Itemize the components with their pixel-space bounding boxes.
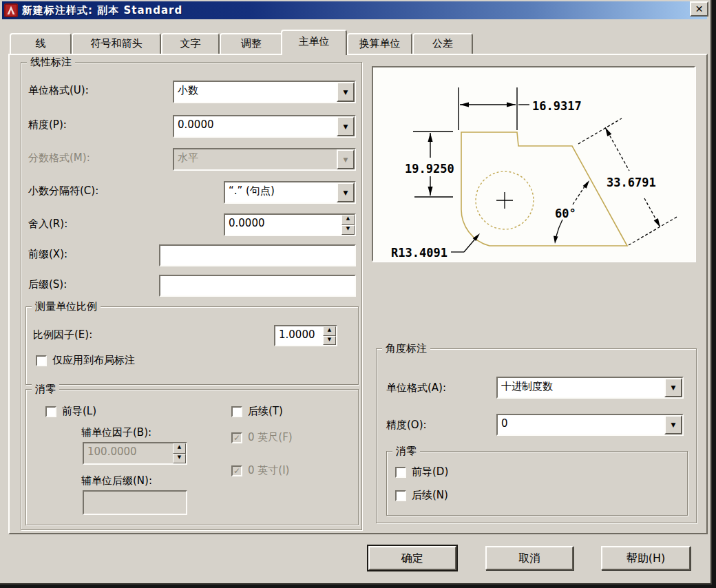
prefix-input[interactable]: [159, 244, 356, 266]
angular-precision-label: 精度(O):: [386, 418, 427, 432]
dimension-preview: 16.9317 19.9250: [372, 66, 695, 262]
tab-fit[interactable]: 调整: [220, 33, 283, 54]
subunit-suffix-label: 辅单位后缀(N):: [81, 474, 152, 487]
chevron-down-icon[interactable]: ▼: [664, 415, 682, 434]
group-title: 消零: [32, 382, 59, 396]
round-off-spinner[interactable]: 0.0000 ▲ ▼: [224, 213, 356, 236]
close-button[interactable]: ✕: [690, 1, 708, 17]
chevron-down-icon[interactable]: ▼: [337, 116, 355, 136]
tab-alternate-units[interactable]: 换算单位: [347, 33, 412, 54]
subunit-factor-spinner: 100.0000 ▲ ▼: [83, 442, 187, 465]
angular-precision-select[interactable]: 0 ▼: [496, 414, 684, 436]
screen: 新建标注样式: 副本 Standard ✕ 线 符号和箭头 文字 调整 主单位 …: [0, 0, 716, 588]
spin-down-icon[interactable]: ▼: [341, 225, 355, 235]
checkbox-box[interactable]: [36, 355, 47, 366]
feet-zeros-checkbox: ✓ 0 英尺(F): [231, 431, 293, 444]
checkbox-box[interactable]: [395, 490, 406, 501]
tab-text[interactable]: 文字: [161, 33, 220, 54]
dim-angle-value: 60°: [555, 207, 576, 220]
tab-symbols-arrows[interactable]: 符号和箭头: [72, 33, 161, 54]
top-dimension: [459, 87, 529, 130]
unit-format-select[interactable]: 小数 ▼: [173, 81, 356, 103]
suffix-label: 后缀(S):: [28, 277, 67, 291]
chevron-down-icon[interactable]: ▼: [664, 378, 682, 397]
dim-radius-value: R13.4091: [391, 246, 448, 257]
primary-units-page: 线性标注 单位格式(U): 小数 ▼ 精度(P): 0.0000 ▼ 分数格式(…: [8, 54, 708, 534]
precision-label: 精度(P):: [28, 118, 67, 132]
close-icon: ✕: [695, 3, 704, 14]
measurement-scale-group: 测量单位比例 比例因子(E): 1.0000 ▲ ▼ 仅应用到布局标注: [25, 306, 359, 385]
prefix-label: 前缀(X):: [28, 247, 67, 261]
checkbox-box[interactable]: [395, 467, 406, 478]
radius-dimension: [451, 238, 476, 252]
trailing-zeros-checkbox[interactable]: 后续(T): [231, 405, 283, 418]
linear-dimensions-group: 线性标注 单位格式(U): 小数 ▼ 精度(P): 0.0000 ▼ 分数格式(…: [21, 62, 362, 530]
cancel-button[interactable]: 取消: [485, 546, 573, 570]
group-title: 线性标注: [27, 55, 75, 69]
titlebar[interactable]: 新建标注样式: 副本 Standard: [2, 1, 707, 19]
checkbox-box[interactable]: [231, 406, 242, 417]
subunit-suffix-input: [83, 490, 187, 515]
dim-left-value: 19.9250: [405, 162, 454, 176]
group-title: 消零: [392, 444, 420, 458]
help-button[interactable]: 帮助(H): [601, 546, 691, 570]
tab-tolerances[interactable]: 公差: [412, 33, 473, 54]
group-title: 角度标注: [382, 342, 430, 355]
ok-button[interactable]: 确定: [368, 546, 456, 570]
chevron-down-icon[interactable]: ▼: [337, 182, 355, 202]
preview-drawing: 16.9317 19.9250: [375, 70, 692, 257]
round-off-label: 舍入(R):: [28, 217, 67, 231]
fraction-format-select: 水平 ▼: [173, 148, 356, 171]
center-mark: [496, 192, 513, 209]
spin-up-icon[interactable]: ▲: [323, 326, 336, 336]
angular-dimensions-group: 角度标注 单位格式(A): 十进制度数 ▼ 精度(O): 0 ▼ 消零 前导(D…: [376, 348, 697, 523]
precision-select[interactable]: 0.0000 ▼: [173, 115, 356, 138]
spin-down-icon: ▼: [173, 454, 186, 464]
layout-only-checkbox[interactable]: 仅应用到布局标注: [36, 354, 135, 367]
group-title: 测量单位比例: [32, 300, 101, 313]
angular-unit-format-label: 单位格式(A):: [386, 381, 446, 395]
zero-suppression-linear-group: 消零 前导(L) 辅单位因子(B): 100.0000 ▲ ▼ 辅单位后缀(N)…: [25, 389, 359, 525]
checkbox-box[interactable]: [45, 406, 56, 417]
checkbox-box-checked: ✓: [231, 432, 242, 443]
tab-primary-units[interactable]: 主单位: [281, 30, 347, 55]
tab-lines[interactable]: 线: [10, 33, 72, 54]
part-outline: [461, 132, 627, 246]
angular-leading-zeros-checkbox[interactable]: 前导(D): [395, 465, 448, 479]
spin-up-icon[interactable]: ▲: [341, 215, 355, 225]
chevron-down-icon: ▼: [337, 149, 355, 169]
angular-trailing-zeros-checkbox[interactable]: 后续(N): [395, 489, 448, 502]
scale-factor-spinner[interactable]: 1.0000 ▲ ▼: [274, 325, 337, 346]
suffix-input[interactable]: [159, 275, 356, 297]
spin-up-icon: ▲: [173, 443, 186, 454]
inch-zeros-checkbox: ✓ 0 英寸(I): [231, 464, 289, 477]
dim-top-value: 16.9317: [532, 99, 582, 113]
chevron-down-icon[interactable]: ▼: [337, 82, 355, 102]
decimal-separator-select[interactable]: “.” (句点) ▼: [224, 181, 356, 204]
decimal-separator-label: 小数分隔符(C):: [28, 184, 98, 198]
subunit-factor-label: 辅单位因子(B):: [81, 426, 151, 439]
scale-factor-label: 比例因子(E):: [33, 328, 92, 342]
dim-aligned-value: 33.6791: [607, 176, 656, 189]
angular-unit-format-select[interactable]: 十进制度数 ▼: [496, 377, 684, 399]
window-title: 新建标注样式: 副本 Standard: [22, 4, 182, 17]
autocad-icon: [4, 3, 18, 17]
unit-format-label: 单位格式(U):: [28, 83, 89, 97]
fraction-format-label: 分数格式(M):: [28, 151, 90, 165]
new-dimension-style-dialog: 新建标注样式: 副本 Standard ✕ 线 符号和箭头 文字 调整 主单位 …: [0, 0, 712, 585]
spin-down-icon[interactable]: ▼: [323, 336, 336, 346]
checkbox-box-checked: ✓: [231, 465, 242, 476]
leading-zeros-checkbox[interactable]: 前导(L): [45, 405, 96, 418]
zero-suppression-angular-group: 消零 前导(D) 后续(N): [386, 451, 688, 516]
